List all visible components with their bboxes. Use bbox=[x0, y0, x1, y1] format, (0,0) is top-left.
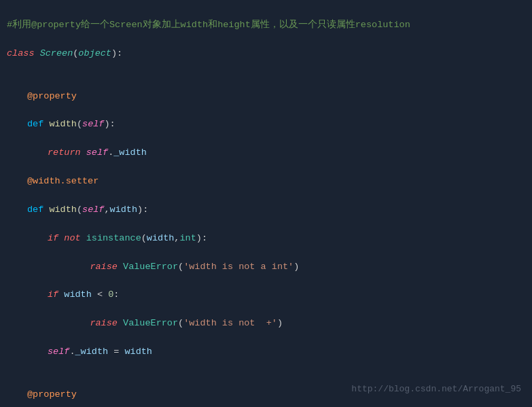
raise-2: raise bbox=[90, 318, 118, 328]
self-ref-2: self bbox=[48, 347, 69, 357]
def-width: def bbox=[27, 119, 43, 129]
width-val: width bbox=[124, 347, 152, 357]
decorator-width-setter: @width.setter bbox=[27, 176, 99, 186]
watermark-url: http://blog.csdn.net/Arrogant_95 bbox=[351, 383, 521, 396]
self-param-2: self bbox=[82, 205, 104, 215]
attr-width-1: _width bbox=[113, 147, 147, 158]
class-keyword: class bbox=[7, 48, 35, 58]
valueerror-1: ValueError bbox=[123, 262, 178, 272]
if-width-1: if bbox=[48, 289, 58, 300]
string-1: 'width is not a int' bbox=[183, 262, 294, 272]
func-width-getter: width bbox=[49, 119, 77, 129]
raise-1: raise bbox=[90, 262, 118, 272]
valueerror-2: ValueError bbox=[123, 318, 178, 328]
self-param-1: self bbox=[82, 119, 104, 129]
width-arg-1: width bbox=[147, 233, 175, 243]
width-check: width bbox=[64, 289, 92, 300]
decorator-property-2: @property bbox=[27, 389, 77, 400]
int-type-1: int bbox=[179, 233, 196, 243]
attr-width-assign: _width bbox=[75, 347, 109, 357]
isinstance-1: isinstance bbox=[86, 233, 141, 243]
func-width-setter: width bbox=[49, 205, 77, 215]
comment-line: #利用@property给一个Screen对象加上width和height属性，… bbox=[7, 20, 410, 30]
class-name: Screen bbox=[40, 48, 73, 58]
param-width: width bbox=[110, 205, 138, 215]
base-class: object bbox=[78, 48, 111, 58]
decorator-property-1: @property bbox=[27, 91, 77, 101]
self-ref-1: self bbox=[86, 147, 108, 158]
code-editor: #利用@property给一个Screen对象加上width和height属性，… bbox=[0, 0, 532, 407]
string-2: 'width is not +' bbox=[183, 318, 277, 328]
if-not-1: if not bbox=[48, 233, 81, 243]
def-width-setter: def bbox=[27, 205, 43, 215]
return-1: return bbox=[48, 147, 81, 158]
